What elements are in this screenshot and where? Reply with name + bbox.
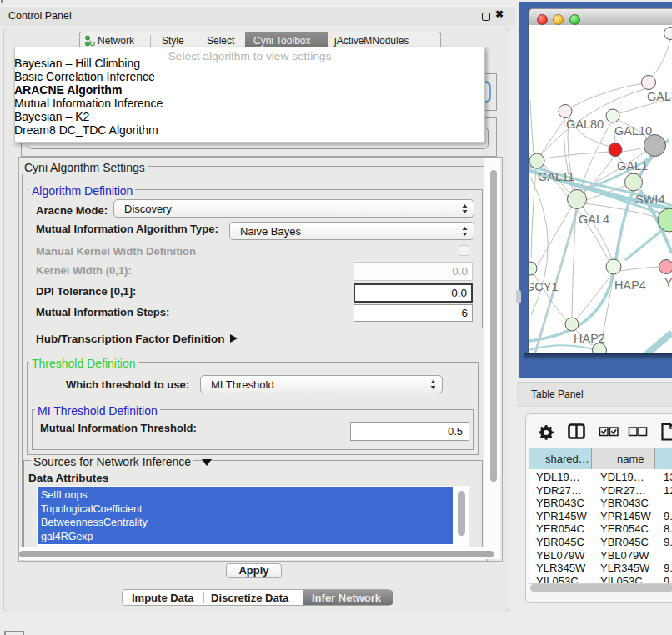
svg-text:GAL7: GAL7 [647, 90, 672, 103]
svg-text:GAL1: GAL1 [617, 159, 648, 172]
svg-text:GAL11: GAL11 [538, 170, 574, 183]
svg-text:HAP2: HAP2 [574, 332, 605, 345]
svg-text:Y: Y [664, 276, 672, 289]
svg-text:SWI4: SWI4 [635, 192, 664, 206]
svg-text:GAL10: GAL10 [614, 124, 652, 138]
svg-text:GCY1: GCY1 [529, 280, 559, 293]
svg-text:GAL80: GAL80 [566, 118, 604, 131]
svg-text:GAL4: GAL4 [579, 212, 609, 226]
svg-text:HAP4: HAP4 [614, 278, 646, 292]
